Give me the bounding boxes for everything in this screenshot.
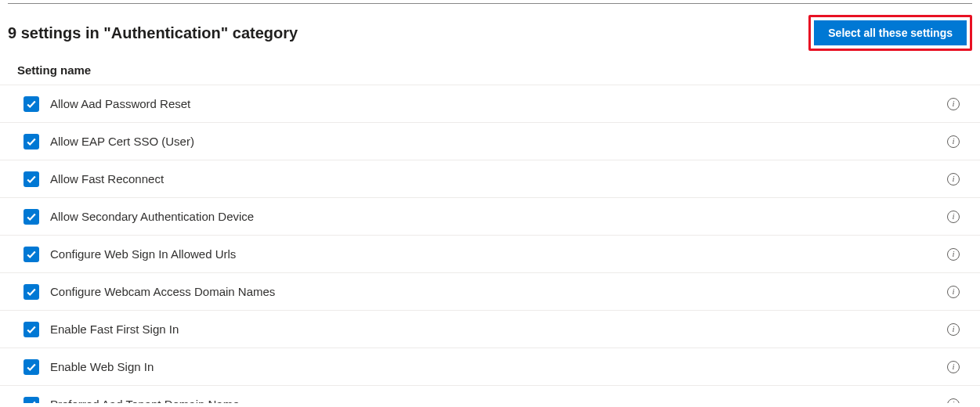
info-icon[interactable]: i [947, 211, 960, 223]
setting-checkbox[interactable] [24, 284, 39, 300]
settings-list-area: Allow Aad Password Reset i Allow EAP Cer… [0, 85, 980, 403]
checkmark-icon [26, 249, 37, 260]
setting-checkbox[interactable] [24, 397, 39, 404]
setting-checkbox[interactable] [24, 96, 39, 112]
checkmark-icon [26, 324, 37, 335]
info-icon[interactable]: i [947, 323, 960, 336]
checkmark-icon [26, 362, 37, 373]
checkmark-icon [26, 399, 37, 404]
select-all-button[interactable]: Select all these settings [814, 20, 967, 45]
info-icon[interactable]: i [947, 135, 960, 148]
setting-label: Allow EAP Cert SSO (User) [50, 135, 947, 148]
column-header-setting-name[interactable]: Setting name [0, 59, 980, 85]
setting-row[interactable]: Enable Web Sign In i [0, 348, 980, 386]
setting-label: Preferred Aad Tenant Domain Name [50, 398, 947, 403]
checkmark-icon [26, 211, 37, 222]
checkmark-icon [26, 174, 37, 185]
page-title: 9 settings in "Authentication" category [8, 24, 298, 42]
setting-row[interactable]: Configure Web Sign In Allowed Urls i [0, 236, 980, 273]
setting-row[interactable]: Enable Fast First Sign In i [0, 311, 980, 348]
settings-scroll[interactable]: Allow Aad Password Reset i Allow EAP Cer… [0, 85, 980, 403]
checkmark-icon [26, 286, 37, 297]
setting-row[interactable]: Allow EAP Cert SSO (User) i [0, 123, 980, 160]
setting-row[interactable]: Allow Aad Password Reset i [0, 85, 980, 123]
info-icon[interactable]: i [947, 173, 960, 185]
setting-label: Allow Aad Password Reset [50, 97, 947, 110]
info-icon[interactable]: i [947, 98, 960, 110]
setting-checkbox[interactable] [24, 322, 39, 337]
setting-label: Enable Web Sign In [50, 360, 947, 373]
info-icon[interactable]: i [947, 398, 960, 404]
setting-checkbox[interactable] [24, 247, 39, 262]
setting-row[interactable]: Configure Webcam Access Domain Names i [0, 273, 980, 311]
setting-label: Configure Web Sign In Allowed Urls [50, 247, 947, 261]
setting-label: Allow Secondary Authentication Device [50, 210, 947, 223]
header-row: 9 settings in "Authentication" category … [0, 4, 980, 59]
setting-row[interactable]: Preferred Aad Tenant Domain Name i [0, 386, 980, 403]
setting-checkbox[interactable] [24, 209, 39, 225]
select-all-highlight: Select all these settings [808, 15, 972, 51]
setting-checkbox[interactable] [24, 134, 39, 149]
setting-label: Enable Fast First Sign In [50, 322, 947, 336]
checkmark-icon [26, 99, 37, 110]
setting-checkbox[interactable] [24, 359, 39, 375]
setting-label: Configure Webcam Access Domain Names [50, 285, 947, 298]
info-icon[interactable]: i [947, 248, 960, 261]
info-icon[interactable]: i [947, 286, 960, 298]
setting-row[interactable]: Allow Secondary Authentication Device i [0, 198, 980, 236]
setting-row[interactable]: Allow Fast Reconnect i [0, 160, 980, 198]
setting-checkbox[interactable] [24, 171, 39, 187]
info-icon[interactable]: i [947, 361, 960, 373]
checkmark-icon [26, 136, 37, 147]
setting-label: Allow Fast Reconnect [50, 172, 947, 185]
